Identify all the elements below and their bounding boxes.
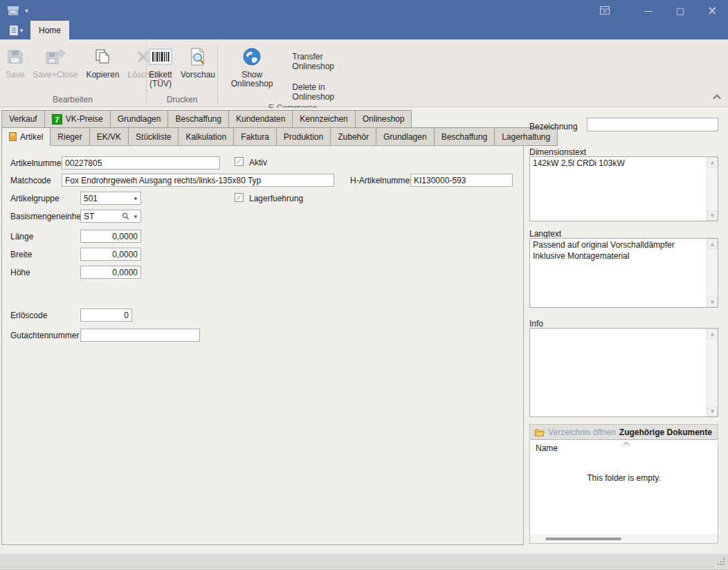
documents-list: Name This folder is empty. [530,440,718,543]
ecommerce-text-buttons: Transfer Onlineshop Delete in Onlineshop [284,42,365,103]
save-close-icon [45,45,66,68]
tab-ek-vk[interactable]: EK/VK [89,127,129,146]
tab-grundlagen-2[interactable]: Grundlagen [376,127,435,146]
check-icon: ✓ [236,158,242,165]
main-content: Verkauf 7VK-Preise Grundlagen Beschaffun… [0,108,728,553]
open-directory-link[interactable]: Verzeichnis öffnen [548,428,616,437]
globe-icon [242,45,262,68]
breite-input[interactable] [80,248,141,261]
laenge-label: Länge [10,232,33,241]
documents-title: Zugehörige Dokumente [619,428,712,437]
tab-kalkulation[interactable]: Kalkulation [178,127,234,146]
status-bar [0,553,728,569]
horizontal-scrollbar[interactable] [530,534,718,543]
close-icon: × [707,3,717,17]
tab-onlineshop[interactable]: Onlineshop [355,110,412,128]
group-label-bearbeiten: Bearbeiten [1,95,144,107]
column-header-name[interactable]: Name [536,443,558,453]
ribbon-tab-strip: ▾ Home [0,21,728,39]
h-artikelnummer-input[interactable] [410,174,513,187]
save-button[interactable]: Save [1,42,28,81]
copy-button[interactable]: Kopieren [82,42,123,81]
documents-header: Verzeichnis öffnen Zugehörige Dokumente [530,425,718,440]
tab-stueckliste[interactable]: Stückliste [128,127,179,146]
app-icon[interactable] [7,6,19,16]
scroll-up-icon[interactable]: ▲ [707,239,718,249]
dimensionstext-textarea[interactable]: 142kW 2,5l CRDi 103kW [530,157,706,221]
tab-kundendaten[interactable]: Kundendaten [228,110,293,128]
collapse-ribbon-button[interactable] [713,94,720,102]
tab-rieger[interactable]: Rieger [50,127,89,146]
scrollbar[interactable]: ▲ ▼ [707,239,718,307]
quick-access-caret-icon[interactable]: ▾ [25,7,28,15]
file-menu-icon [9,25,19,36]
tab-beschaffung[interactable]: Beschaffung [167,110,229,128]
tab-vk-preise[interactable]: 7VK-Preise [44,110,111,128]
dropdown-caret-icon[interactable]: ▾ [131,213,140,220]
minimize-button[interactable]: — [633,0,664,21]
aktiv-checkbox[interactable]: ✓ [235,157,244,166]
close-button[interactable]: × [696,0,728,21]
ribbon: Save Save+Close Kopieren [0,39,728,107]
hoehe-label: Höhe [10,268,30,277]
matchcode-label: Matchcode [10,176,51,185]
maximize-button[interactable]: □ [664,0,696,21]
laenge-input[interactable] [80,230,141,243]
check-icon: ✓ [236,194,242,201]
ribbon-pin-button[interactable] [584,0,626,21]
scrollbar[interactable]: ▲ ▼ [707,157,718,221]
application-window: ▾ — □ × ▾ Home Save [0,0,728,570]
info-textarea[interactable] [530,329,706,416]
documents-panel: Verzeichnis öffnen Zugehörige Dokumente … [529,424,718,544]
show-onlineshop-button[interactable]: Show Onlineshop [220,42,284,90]
aktiv-label: Aktiv [249,158,267,167]
scroll-down-icon[interactable]: ▼ [707,406,718,416]
barcode-icon [149,45,172,68]
tab-verkauf[interactable]: Verkauf [1,110,45,128]
bezeichnung-input[interactable] [587,118,718,131]
scroll-down-icon[interactable]: ▼ [707,297,718,307]
scrollbar-thumb[interactable] [545,537,621,540]
vk-preise-count-badge: 7 [52,114,62,125]
resize-grip[interactable] [717,558,726,567]
tab-faktura[interactable]: Faktura [233,127,277,146]
minimize-icon: — [644,6,653,16]
artikelgruppe-select[interactable]: 501 ▾ [80,192,141,205]
etikett-button[interactable]: Etikett (TÜV) [145,42,176,90]
open-folder-icon [534,428,545,436]
scroll-up-icon[interactable]: ▲ [707,157,718,167]
ribbon-separator [217,43,218,103]
gutachtennummer-input[interactable] [80,329,200,342]
tab-produktion[interactable]: Produktion [276,127,331,146]
basismengeneinheit-select[interactable]: ST ▾ [80,210,141,223]
tab-zubehoer[interactable]: Zubehör [330,127,376,146]
info-label: Info [529,319,543,329]
artikel-tab-icon [9,132,17,141]
scrollbar[interactable]: ▲ ▼ [707,329,718,416]
artikelnummer-label: Artikelnummer [10,158,64,168]
tab-artikel[interactable]: Artikel [1,127,51,146]
hoehe-input[interactable] [80,266,141,279]
delete-in-onlineshop-button[interactable]: Delete in Onlineshop [288,81,363,103]
file-menu-caret-icon: ▾ [20,27,24,34]
group-label-drucken: Drucken [149,95,215,107]
lagerfuehrung-checkbox[interactable]: ✓ [235,193,244,202]
tab-grundlagen[interactable]: Grundlagen [110,110,169,128]
ribbon-tab-home[interactable]: Home [30,21,69,39]
scroll-up-icon[interactable]: ▲ [707,329,718,339]
erloescode-input[interactable] [80,309,132,322]
preview-button[interactable]: Vorschau [176,42,219,81]
scroll-down-icon[interactable]: ▼ [707,210,718,221]
artikelnummer-input[interactable] [62,156,220,169]
search-icon[interactable] [122,212,129,220]
save-close-button[interactable]: Save+Close [28,42,82,81]
langtext-textarea[interactable]: Passend auf original Vorschalldämpfer In… [530,239,706,307]
dropdown-caret-icon[interactable]: ▾ [131,195,140,202]
tab-kennzeichen[interactable]: Kennzeichen [292,110,355,128]
info-box: ▲ ▼ [529,328,718,417]
file-menu-button[interactable]: ▾ [4,22,28,39]
tab-beschaffung-2[interactable]: Beschaffung [434,127,495,146]
matchcode-input[interactable] [62,174,334,187]
artikel-tab-page: Artikelnummer ✓ Aktiv Matchcode H-Artike… [1,145,524,545]
transfer-onlineshop-button[interactable]: Transfer Onlineshop [288,50,363,73]
